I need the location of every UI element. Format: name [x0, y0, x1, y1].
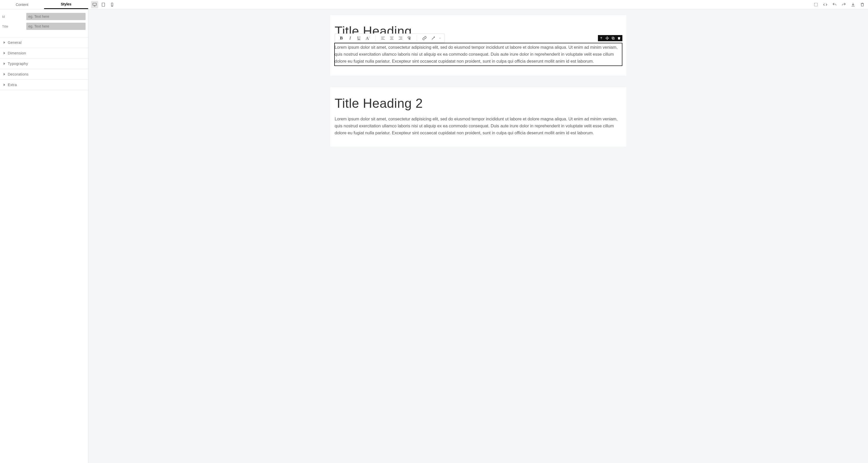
tab-styles[interactable]: Styles	[44, 0, 88, 9]
desktop-icon	[92, 2, 97, 7]
code-icon	[823, 2, 828, 7]
chevron-down-icon	[439, 37, 441, 39]
rte-align-center-button[interactable]	[388, 34, 396, 42]
svg-rect-0	[93, 3, 96, 5]
undo-icon	[832, 2, 837, 7]
device-tablet-button[interactable]	[100, 1, 107, 8]
rte-text-style-button[interactable]: A:	[364, 34, 372, 42]
chevron-right-icon	[4, 73, 5, 75]
section-label: Extra	[8, 83, 17, 87]
italic-icon: I	[349, 36, 351, 41]
rte-wand-button[interactable]	[429, 34, 437, 42]
card-1[interactable]: Title Heading B I U A:	[330, 15, 626, 76]
svg-rect-5	[612, 38, 614, 39]
title-input[interactable]	[26, 23, 86, 30]
align-right-icon	[398, 36, 403, 40]
delete-component-button[interactable]	[616, 35, 622, 41]
align-center-icon	[390, 36, 394, 40]
mobile-icon	[110, 2, 115, 7]
card-2[interactable]: Title Heading 2 Lorem ipsum dolor sit am…	[330, 87, 626, 147]
outline-toggle-button[interactable]	[812, 1, 819, 8]
rte-link-button[interactable]	[421, 34, 428, 42]
topbar	[0, 0, 868, 9]
svg-rect-6	[612, 37, 614, 39]
download-icon	[851, 2, 856, 7]
section-label: General	[8, 40, 22, 44]
rte-align-right-button[interactable]	[397, 34, 404, 42]
selection-toolbar	[598, 35, 622, 41]
tablet-icon	[101, 2, 106, 7]
topbar-actions	[812, 1, 866, 8]
rte-toolbar: B I U A:	[335, 33, 444, 43]
move-icon	[606, 36, 609, 40]
select-parent-button[interactable]	[598, 35, 604, 41]
canvas[interactable]: Title Heading B I U A:	[88, 9, 868, 463]
redo-button[interactable]	[840, 1, 847, 8]
outline-icon	[814, 2, 818, 7]
section-label: Typography	[8, 62, 28, 66]
copy-icon	[611, 36, 615, 40]
rte-align-left-button[interactable]	[379, 34, 387, 42]
move-button[interactable]	[604, 35, 610, 41]
device-switcher	[91, 1, 116, 8]
link-icon	[422, 36, 427, 40]
sidebar: Content Styles Id Title General Dimensio…	[0, 9, 88, 463]
trash-icon	[860, 2, 865, 7]
rte-bold-button[interactable]: B	[338, 34, 345, 42]
rte-wand-dropdown[interactable]	[438, 34, 442, 42]
section-dimension[interactable]: Dimension	[0, 48, 88, 59]
undo-button[interactable]	[831, 1, 838, 8]
download-button[interactable]	[849, 1, 857, 8]
underline-icon: U	[357, 36, 360, 41]
section-label: Dimension	[8, 51, 26, 55]
card-1-body[interactable]: Lorem ipsum dolor sit amet, consectetur …	[335, 43, 622, 65]
title-label: Title	[2, 25, 26, 28]
delete-canvas-button[interactable]	[859, 1, 866, 8]
section-extra[interactable]: Extra	[0, 80, 88, 90]
section-label: Decorations	[8, 72, 29, 76]
rte-italic-button[interactable]: I	[346, 34, 354, 42]
rte-underline-button[interactable]: U	[355, 34, 363, 42]
card-2-body[interactable]: Lorem ipsum dolor sit amet, consectetur …	[335, 116, 622, 136]
style-accordion: General Dimension Typography Decorations…	[0, 37, 88, 90]
chevron-right-icon	[4, 84, 5, 86]
device-mobile-button[interactable]	[108, 1, 116, 8]
section-general[interactable]: General	[0, 37, 88, 48]
svg-rect-1	[102, 3, 105, 6]
wand-icon	[431, 36, 436, 40]
section-typography[interactable]: Typography	[0, 59, 88, 69]
id-input[interactable]	[26, 13, 86, 20]
card-2-title[interactable]: Title Heading 2	[335, 96, 622, 111]
attribute-fields: Id Title	[0, 9, 88, 37]
section-decorations[interactable]: Decorations	[0, 69, 88, 80]
bold-icon: B	[340, 36, 343, 41]
chevron-right-icon	[4, 52, 5, 54]
copy-button[interactable]	[610, 35, 616, 41]
tab-content[interactable]: Content	[0, 0, 44, 9]
chevron-right-icon	[4, 62, 5, 65]
svg-rect-4	[814, 3, 817, 6]
paragraph-icon	[407, 36, 411, 40]
text-style-icon: A:	[366, 36, 370, 41]
rte-paragraph-button[interactable]	[405, 34, 413, 42]
trash-icon	[617, 36, 621, 40]
id-label: Id	[2, 15, 26, 19]
arrow-up-icon	[599, 36, 603, 40]
sidebar-tabs: Content Styles	[0, 0, 88, 9]
device-desktop-button[interactable]	[91, 1, 98, 8]
align-left-icon	[381, 36, 385, 40]
redo-icon	[841, 2, 846, 7]
code-view-button[interactable]	[822, 1, 829, 8]
chevron-right-icon	[4, 41, 5, 44]
